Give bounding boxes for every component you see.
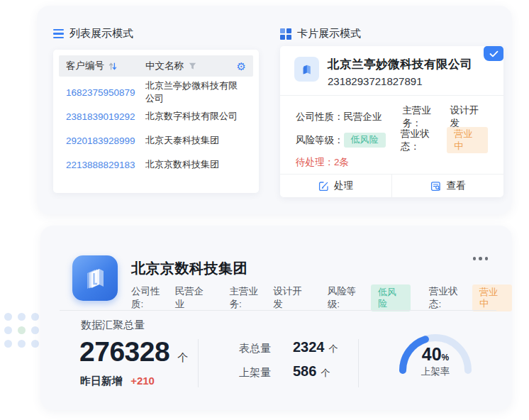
- page: 列表展示模式 客户编号 中文名称 ⚙: [0, 0, 529, 420]
- company-card: 北京兰亭妙微科技有限公司 2318293721827891 公司性质：民营企业 …: [280, 46, 503, 197]
- customer-name: 北京数字科技有限公司: [145, 110, 246, 123]
- card-company-code: 2318293721827891: [328, 75, 472, 87]
- list-mode-title: 列表展示模式: [69, 27, 133, 40]
- table-header-row: 客户编号 中文名称 ⚙: [59, 55, 253, 77]
- shelf-rate-label: 上架率: [394, 365, 477, 378]
- list-mode-icon: [53, 29, 64, 38]
- card-mode-title: 卡片展示模式: [297, 27, 361, 40]
- col-customer-id-label: 客户编号: [66, 60, 104, 72]
- shelf-rate-gauge: 40% 上架率: [394, 329, 477, 379]
- col-chinese-name-label: 中文名称: [145, 60, 184, 72]
- customer-name: 北京兰亭妙微科技有限公司: [145, 79, 246, 105]
- field-business-status: 营业状态： 营业中: [401, 127, 488, 154]
- table-row[interactable]: 2920183928999 北京天泰科技集团: [59, 128, 253, 153]
- customer-name: 北京京数科技集团: [145, 158, 246, 171]
- view-doc-icon: [430, 181, 442, 192]
- company-name-title: 北京京数科技集团: [131, 259, 247, 278]
- customer-id-link[interactable]: 2213888829183: [66, 160, 145, 170]
- edit-icon: [318, 181, 329, 192]
- field-business-status: 营业状态: 营业中: [429, 284, 512, 311]
- view-button[interactable]: 查看: [392, 175, 503, 197]
- field-main-business: 主营业务：设计开发: [403, 104, 488, 130]
- yesterday-delta: +210: [130, 375, 155, 387]
- divider: [198, 339, 199, 387]
- field-company-nature: 公司性质: 民营企业: [131, 285, 211, 311]
- company-summary-panel: 北京京数科技集团 公司性质: 民营企业 主营业务: 设计开发 风险等级: 低风险…: [40, 226, 512, 410]
- customer-id-link[interactable]: 2381839019292: [66, 111, 145, 122]
- field-risk-level: 风险等级： 低风险: [296, 133, 401, 148]
- field-company-nature: 公司性质：民营企业: [296, 111, 403, 123]
- decoration-dot-grid: [4, 313, 39, 348]
- more-menu-icon[interactable]: [470, 254, 491, 263]
- field-main-business: 主营业务: 设计开发: [229, 285, 308, 311]
- total-data-label: 数据汇聚总量: [81, 319, 145, 332]
- company-logo: [294, 57, 319, 82]
- card-selected-checkbox[interactable]: [484, 46, 503, 61]
- risk-badge: 低风险: [344, 133, 386, 148]
- card-company-name: 北京兰亭妙微科技有限公司: [328, 57, 472, 72]
- table-row[interactable]: 2213888829183 北京京数科技集团: [59, 153, 253, 177]
- table-total-stat: 表总量 2324 个: [239, 339, 338, 363]
- yesterday-increase: 昨日新增 +210: [80, 375, 155, 388]
- divider: [358, 339, 359, 387]
- book-icon: [82, 265, 108, 292]
- card-mode-icon: [280, 28, 291, 40]
- book-icon: [300, 62, 314, 77]
- total-data-value: 276328: [79, 336, 169, 368]
- field-risk-level: 风险等级: 低风险: [328, 284, 411, 311]
- divider: [60, 310, 496, 311]
- customer-name: 北京天泰科技集团: [145, 134, 246, 147]
- filter-icon[interactable]: [189, 62, 196, 70]
- shelf-total-stat: 上架量 586 个: [239, 363, 338, 387]
- table-row[interactable]: 1682375950879 北京兰亭妙微科技有限公司: [59, 80, 253, 104]
- status-badge: 营业中: [472, 284, 512, 311]
- table-body: 1682375950879 北京兰亭妙微科技有限公司 2381839019292…: [53, 77, 259, 177]
- handle-button[interactable]: 处理: [280, 175, 392, 197]
- card-mode-header: 卡片展示模式: [280, 27, 361, 40]
- total-data-unit: 个: [177, 351, 188, 365]
- status-badge: 营业中: [447, 127, 488, 154]
- shelf-rate-unit: %: [442, 353, 450, 363]
- customer-id-link[interactable]: 2920183928999: [66, 136, 145, 146]
- shelf-rate-value: 40: [422, 344, 442, 364]
- pending-count: 待处理：2条: [280, 156, 503, 169]
- sort-icon[interactable]: [108, 62, 117, 71]
- risk-badge: 低风险: [371, 284, 411, 311]
- list-mode-header: 列表展示模式: [53, 27, 133, 40]
- table-row[interactable]: 2381839019292 北京数字科技有限公司: [59, 104, 253, 128]
- table-settings-gear-icon[interactable]: ⚙: [237, 61, 246, 72]
- customer-table: 客户编号 中文名称 ⚙ 1682375950879 北京兰: [53, 50, 259, 193]
- company-logo-large: [72, 255, 118, 301]
- display-modes-panel: 列表展示模式 客户编号 中文名称 ⚙: [37, 6, 512, 214]
- customer-id-link[interactable]: 1682375950879: [66, 87, 145, 98]
- check-icon: [489, 50, 499, 57]
